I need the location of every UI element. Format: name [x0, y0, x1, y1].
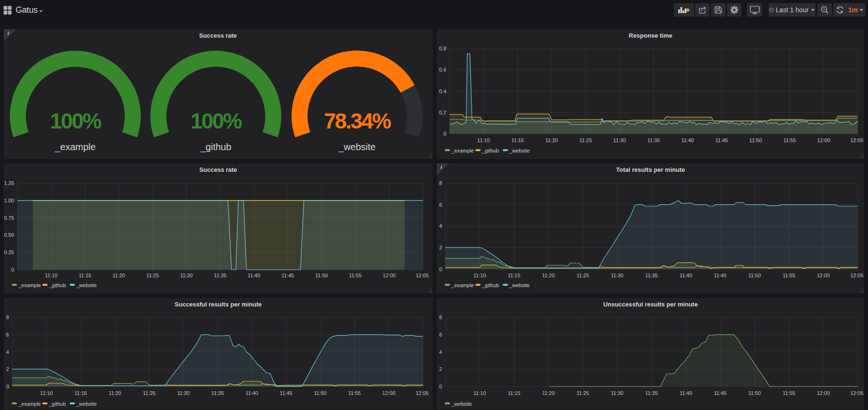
- svg-text:11:40: 11:40: [681, 137, 694, 143]
- svg-text:_github: _github: [200, 142, 232, 153]
- svg-text:_website: _website: [451, 401, 472, 407]
- svg-text:11:45: 11:45: [281, 273, 294, 278]
- svg-text:12:05: 12:05: [850, 273, 863, 278]
- svg-text:6: 6: [439, 202, 442, 208]
- svg-text:11:15: 11:15: [79, 273, 91, 278]
- svg-text:11:20: 11:20: [545, 137, 558, 143]
- svg-text:12:00: 12:00: [382, 390, 395, 396]
- svg-text:4: 4: [439, 349, 442, 355]
- svg-text:11:30: 11:30: [611, 390, 624, 396]
- svg-text:11:45: 11:45: [280, 390, 292, 396]
- svg-text:11:40: 11:40: [680, 390, 692, 396]
- svg-text:8: 8: [6, 314, 9, 320]
- svg-text:_example: _example: [55, 142, 96, 153]
- svg-text:11:15: 11:15: [508, 390, 521, 396]
- svg-text:6: 6: [439, 332, 442, 338]
- svg-text:0.25: 0.25: [4, 249, 14, 255]
- svg-text:11:10: 11:10: [477, 137, 490, 143]
- svg-text:11:45: 11:45: [714, 390, 727, 396]
- svg-text:Success rate: Success rate: [199, 166, 237, 173]
- svg-text:11:50: 11:50: [315, 273, 328, 278]
- svg-text:11:45: 11:45: [714, 273, 727, 278]
- svg-text:_example: _example: [18, 401, 41, 407]
- svg-text:_website: _website: [76, 401, 96, 407]
- svg-text:12:05: 12:05: [850, 390, 863, 396]
- svg-text:_github: _github: [48, 282, 66, 288]
- svg-text:_example: _example: [18, 282, 41, 288]
- svg-text:0: 0: [439, 384, 442, 389]
- svg-text:0: 0: [6, 384, 9, 389]
- svg-text:_github: _github: [482, 282, 499, 288]
- svg-text:11:25: 11:25: [577, 273, 589, 278]
- svg-text:Successful results per minute: Successful results per minute: [175, 301, 262, 308]
- svg-text:_example: _example: [451, 148, 474, 153]
- svg-text:0: 0: [11, 267, 14, 273]
- svg-text:11:35: 11:35: [211, 390, 224, 396]
- svg-text:11:10: 11:10: [40, 390, 53, 396]
- svg-text:11:25: 11:25: [577, 390, 589, 396]
- svg-text:0: 0: [443, 131, 446, 137]
- svg-text:_website: _website: [509, 148, 530, 153]
- svg-text:4: 4: [439, 223, 442, 229]
- svg-text:1.00: 1.00: [4, 198, 14, 203]
- svg-text:11:25: 11:25: [579, 137, 592, 143]
- svg-text:0: 0: [439, 266, 442, 272]
- svg-text:12:05: 12:05: [416, 390, 429, 396]
- svg-text:8: 8: [439, 314, 442, 320]
- svg-text:11:15: 11:15: [511, 137, 524, 143]
- svg-text:11:20: 11:20: [542, 390, 555, 396]
- svg-text:8: 8: [439, 180, 442, 186]
- svg-text:100%: 100%: [50, 109, 101, 133]
- svg-text:Unsuccessful results per minut: Unsuccessful results per minute: [603, 301, 698, 308]
- svg-text:0.75: 0.75: [4, 215, 14, 221]
- svg-text:12:00: 12:00: [817, 137, 830, 143]
- svg-text:_website: _website: [509, 282, 530, 288]
- svg-text:Success rate: Success rate: [199, 32, 237, 39]
- svg-text:78.34%: 78.34%: [324, 109, 391, 133]
- svg-text:12:00: 12:00: [817, 390, 830, 396]
- svg-text:11:15: 11:15: [508, 273, 521, 278]
- svg-text:_github: _github: [48, 401, 66, 407]
- svg-text:11:30: 11:30: [611, 273, 624, 278]
- svg-text:11:55: 11:55: [349, 273, 362, 278]
- svg-text:0.8: 0.8: [439, 46, 446, 51]
- svg-text:11:50: 11:50: [749, 137, 762, 143]
- svg-text:6: 6: [6, 332, 9, 338]
- svg-text:11:55: 11:55: [783, 390, 796, 396]
- svg-text:11:55: 11:55: [783, 273, 796, 278]
- svg-text:11:55: 11:55: [783, 137, 796, 143]
- svg-text:11:15: 11:15: [74, 390, 87, 396]
- svg-text:11:35: 11:35: [645, 390, 658, 396]
- svg-text:_website: _website: [76, 282, 96, 288]
- svg-text:11:10: 11:10: [45, 273, 57, 278]
- svg-text:0.6: 0.6: [439, 67, 446, 72]
- svg-text:11:35: 11:35: [214, 273, 226, 278]
- svg-text:11:55: 11:55: [348, 390, 361, 396]
- svg-text:_website: _website: [338, 142, 376, 153]
- svg-text:11:40: 11:40: [248, 273, 260, 278]
- svg-text:11:40: 11:40: [680, 273, 692, 278]
- svg-text:11:40: 11:40: [246, 390, 258, 396]
- svg-text:100%: 100%: [191, 109, 242, 133]
- svg-text:12:00: 12:00: [383, 273, 396, 278]
- svg-text:0.2: 0.2: [439, 110, 446, 115]
- svg-text:2: 2: [6, 366, 9, 372]
- svg-text:0.4: 0.4: [439, 88, 446, 94]
- svg-text:11:30: 11:30: [613, 137, 626, 143]
- svg-text:12:00: 12:00: [817, 273, 830, 278]
- svg-text:11:25: 11:25: [146, 273, 159, 278]
- svg-text:_example: _example: [451, 282, 474, 288]
- svg-text:11:50: 11:50: [748, 273, 761, 278]
- svg-text:11:10: 11:10: [474, 273, 486, 278]
- svg-text:2: 2: [439, 366, 442, 372]
- svg-text:12:05: 12:05: [416, 273, 429, 278]
- svg-text:12:05: 12:05: [850, 137, 863, 143]
- svg-text:11:35: 11:35: [645, 273, 658, 278]
- svg-text:4: 4: [6, 349, 9, 355]
- svg-text:11:10: 11:10: [474, 390, 486, 396]
- svg-text:11:20: 11:20: [113, 273, 125, 278]
- svg-text:11:20: 11:20: [109, 390, 121, 396]
- svg-text:Total results per minute: Total results per minute: [616, 166, 685, 173]
- svg-text:11:45: 11:45: [715, 137, 728, 143]
- svg-text:11:50: 11:50: [314, 390, 327, 396]
